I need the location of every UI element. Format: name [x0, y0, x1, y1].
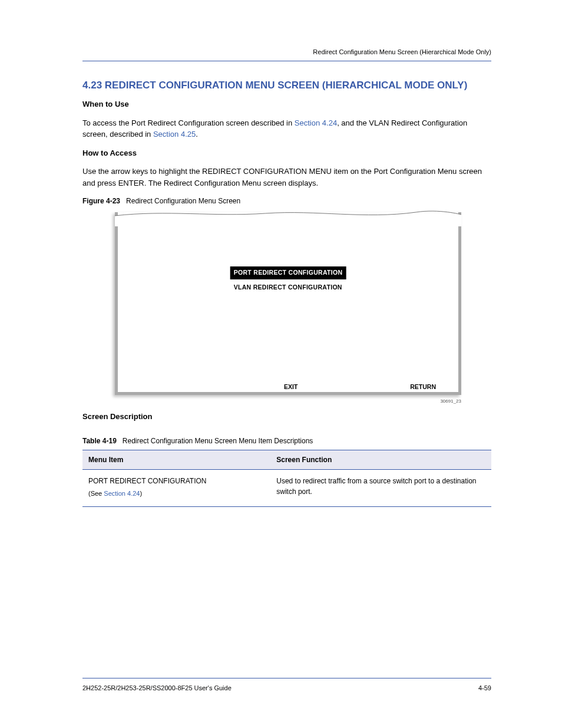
footer-doc-title: 2H252-25R/2H253-25R/SS2000-8F25 User's G…: [82, 683, 232, 693]
paragraph-when-to-use: To access the Port Redirect Configuratio…: [82, 117, 491, 140]
menu-item-descriptions-table: Menu Item Screen Function PORT REDIRECT …: [82, 450, 491, 508]
figure-number: Figure 4-23: [82, 197, 120, 205]
text-run: ): [140, 490, 142, 497]
xref-section-4-24[interactable]: Section 4.24: [104, 490, 140, 497]
footer-page-number: 4-59: [478, 683, 491, 693]
table-row: PORT REDIRECT CONFIGURATION (See Section…: [82, 469, 491, 507]
table-header-row: Menu Item Screen Function: [82, 450, 491, 469]
section-heading: 4.23 REDIRECT CONFIGURATION MENU SCREEN …: [82, 78, 491, 93]
text-run: (See: [88, 490, 104, 497]
subhead-when-to-use: When to Use: [82, 98, 491, 110]
screen-return-button[interactable]: RETURN: [410, 383, 436, 392]
table-header-function: Screen Function: [270, 450, 491, 469]
figure-caption: Figure 4-23 Redirect Configuration Menu …: [82, 196, 491, 206]
xref-section-4-24[interactable]: Section 4.24: [295, 118, 337, 127]
text-run: .: [196, 130, 198, 139]
figure-diagram: PORT REDIRECT CONFIGURATION VLAN REDIREC…: [115, 212, 461, 405]
table-header-menuitem: Menu Item: [82, 450, 270, 469]
subhead-how-to-access: How to Access: [82, 147, 491, 159]
running-header: Redirect Configuration Menu Screen (Hier…: [82, 47, 491, 57]
table-cell-function: Used to redirect traffic from a source s…: [270, 469, 491, 507]
menu-item-port-redirect[interactable]: PORT REDIRECT CONFIGURATION: [230, 266, 346, 279]
table-number: Table 4-19: [82, 437, 117, 445]
page-footer: 2H252-25R/2H253-25R/SS2000-8F25 User's G…: [82, 678, 491, 693]
table-cell-menuitem: PORT REDIRECT CONFIGURATION (See Section…: [82, 469, 270, 507]
menu-item-vlan-redirect[interactable]: VLAN REDIRECT CONFIGURATION: [230, 281, 346, 294]
footer-rule: [82, 678, 491, 678]
header-rule: [82, 61, 491, 61]
xref-section-4-25[interactable]: Section 4.25: [153, 130, 196, 139]
figure-image-id: 30691_23: [115, 398, 461, 405]
text-run: To access the Port Redirect Configuratio…: [82, 118, 295, 127]
table-caption: Table 4-19 Redirect Configuration Menu S…: [82, 436, 491, 446]
table-cell-xref-note: (See Section 4.24): [88, 489, 265, 499]
torn-edge: [115, 209, 461, 226]
text-run: PORT REDIRECT CONFIGURATION: [88, 477, 206, 485]
figure-title: Redirect Configuration Menu Screen: [126, 197, 240, 205]
table-title: Redirect Configuration Menu Screen Menu …: [123, 437, 313, 445]
subhead-screen-description: Screen Description: [82, 411, 491, 423]
paragraph-how-to-access: Use the arrow keys to highlight the REDI…: [82, 166, 491, 189]
screen-exit-button[interactable]: EXIT: [284, 383, 297, 392]
